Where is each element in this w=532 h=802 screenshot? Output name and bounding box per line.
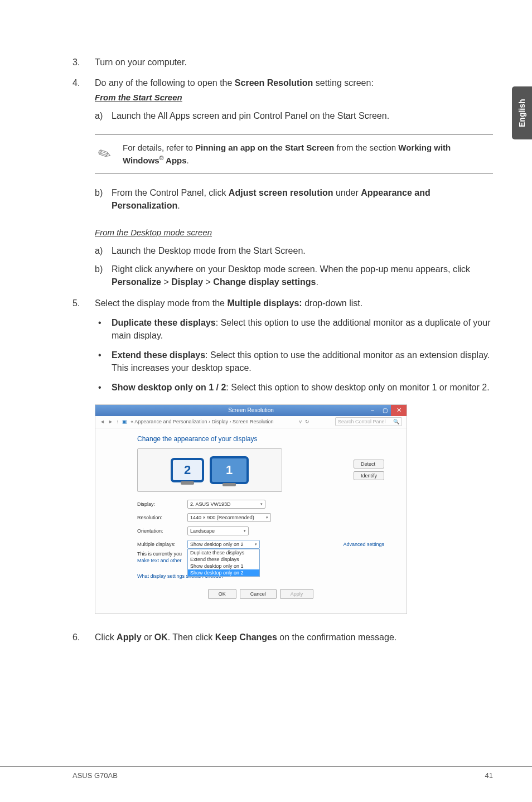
text: Right click anywhere on your Desktop mod… [112, 263, 493, 288]
text: Do any of the following to open the [95, 78, 235, 88]
select-value: 1440 × 900 (Recommended) [190, 515, 254, 520]
step-body: b) From the Control Panel, click Adjust … [95, 186, 493, 289]
step-5: 5. Select the display mode from the Mult… [72, 297, 493, 394]
text: Select the display mode from the [95, 298, 227, 308]
text: setting screen: [313, 78, 374, 88]
multiple-displays-select[interactable]: Show desktop only on 2▾ Duplicate these … [187, 540, 260, 549]
text: From the Control Panel, click Adjust scr… [112, 186, 493, 212]
dialog-footer: OK Cancel Apply [137, 583, 384, 607]
text: Extend these displays: Select this optio… [112, 349, 493, 374]
address-bar[interactable]: ◄ ► ↑ ▣ « Appearance and Personalization… [95, 416, 407, 428]
dropdown-option[interactable]: Extend these displays [188, 556, 259, 563]
bold-text: Show desktop only on 1 / 2 [112, 383, 226, 392]
step-number: 6. [72, 631, 95, 644]
step-3: 3. Turn on your computer. [72, 56, 493, 69]
up-icon[interactable]: ↑ [117, 419, 119, 424]
bullet-show-only: • Show desktop only on 1 / 2: Select thi… [95, 381, 493, 394]
subheading-start-screen: From the Start Screen [95, 91, 493, 104]
bold-text: OK [154, 632, 168, 642]
select-value: Landscape [190, 528, 215, 534]
step-number: 5. [72, 297, 95, 394]
label: Multiple displays: [137, 542, 187, 547]
bold-text: Duplicate these displays [112, 318, 216, 327]
window-titlebar[interactable]: Screen Resolution – ▢ ✕ [95, 405, 407, 416]
search-input[interactable]: Search Control Panel 🔍 [335, 417, 402, 426]
language-tab: English [512, 86, 532, 139]
apply-button[interactable]: Apply [280, 589, 314, 599]
step-number: 4. [72, 76, 95, 122]
preview-buttons: Detect Identify [354, 460, 384, 480]
text: on the confirmation message. [277, 632, 396, 642]
chevron-down-icon: ▾ [244, 529, 246, 533]
substep-a-desktop: a) Launch the Desktop mode from the Star… [95, 244, 493, 257]
letter: b) [95, 263, 112, 288]
display-preview[interactable]: 2 1 [137, 448, 282, 492]
close-button[interactable]: ✕ [391, 405, 407, 416]
breadcrumb[interactable]: « Appearance and Personalization › Displ… [130, 419, 273, 424]
note-text: For details, refer to Pinning an app on … [123, 142, 493, 167]
text: Click [95, 632, 117, 642]
field-resolution: Resolution: 1440 × 900 (Recommended)▾ [137, 513, 384, 522]
resolution-select[interactable]: 1440 × 900 (Recommended)▾ [187, 513, 271, 522]
substep-b: b) From the Control Panel, click Adjust … [95, 186, 493, 212]
back-icon[interactable]: ◄ [100, 419, 105, 424]
dropdown-option[interactable]: Show desktop only on 1 [188, 563, 259, 569]
search-placeholder: Search Control Panel [338, 419, 386, 424]
text: > [161, 277, 171, 287]
text-fragment-link[interactable]: Make text and other [137, 558, 384, 563]
bold-text: Keep Changes [215, 632, 277, 642]
field-display: Display: 2. ASUS VW193D▾ [137, 500, 384, 509]
monitor-2[interactable]: 2 [171, 458, 204, 482]
minimize-button[interactable]: – [366, 405, 379, 416]
chevron-down-icon: ▾ [260, 502, 263, 506]
detect-button[interactable]: Detect [354, 460, 384, 468]
monitor-1[interactable]: 1 [210, 456, 249, 484]
monitor-number: 1 [226, 463, 233, 477]
window-body: Change the appearance of your displays 2… [95, 428, 407, 613]
text: . [187, 156, 189, 165]
step-body: Do any of the following to open the Scre… [95, 76, 493, 122]
orientation-select[interactable]: Landscape▾ [187, 526, 249, 535]
text-fragment: This is currently you [137, 551, 187, 557]
substep-b-desktop: b) Right click anywhere on your Desktop … [95, 263, 493, 288]
step-body: Click Apply or OK. Then click Keep Chang… [95, 631, 493, 644]
bullet-extend: • Extend these displays: Select this opt… [95, 349, 493, 374]
text: Duplicate these displays: Select this op… [112, 316, 493, 342]
label: Orientation: [137, 528, 187, 534]
bold-text: Change display settings [213, 277, 316, 287]
bold-text: Adjust screen resolution [229, 188, 333, 197]
dropdown-option-selected[interactable]: Show desktop only on 2 [188, 569, 259, 576]
bold-text: Personalize [112, 277, 161, 287]
maximize-button[interactable]: ▢ [379, 405, 391, 416]
step-text: Turn on your computer. [95, 56, 493, 69]
dropdown-list: Duplicate these displays Extend these di… [187, 549, 260, 577]
step-body: Select the display mode from the Multipl… [95, 297, 493, 394]
footer-model: ASUS G70AB [72, 771, 118, 780]
display-select[interactable]: 2. ASUS VW193D▾ [187, 500, 265, 509]
bold-text: Pinning an app on the Start Screen [195, 143, 334, 152]
monitor-number: 2 [184, 463, 191, 477]
cancel-button[interactable]: Cancel [240, 589, 277, 599]
bullet-marker: • [95, 381, 112, 394]
substep-a: a) Launch the All Apps screen and pin Co… [95, 109, 493, 122]
pencil-icon: ✎ [91, 137, 126, 170]
page-number: 41 [485, 771, 493, 780]
help-link[interactable]: What display settings should I choose? [137, 573, 384, 579]
page-footer: ASUS G70AB 41 [0, 766, 532, 780]
ok-button[interactable]: OK [208, 589, 236, 599]
subheading-desktop-mode: From the Desktop mode screen [95, 226, 493, 239]
step-number: 3. [72, 56, 95, 69]
select-value: 2. ASUS VW193D [190, 501, 231, 507]
label: Resolution: [137, 515, 187, 520]
advanced-settings-link[interactable]: Advanced settings [343, 542, 384, 547]
identify-button[interactable]: Identify [354, 471, 384, 480]
letter: a) [95, 244, 112, 257]
body-heading: Change the appearance of your displays [137, 435, 384, 443]
text: : Select this option to show desktop onl… [226, 383, 489, 392]
dropdown-option[interactable]: Duplicate these displays [188, 549, 259, 556]
page-content: 3. Turn on your computer. 4. Do any of t… [0, 0, 532, 644]
bold-text: Multiple displays: [227, 298, 302, 308]
forward-icon[interactable]: ► [108, 419, 113, 424]
text: Show desktop only on 1 / 2: Select this … [112, 381, 490, 394]
bullet-marker: • [95, 349, 112, 374]
